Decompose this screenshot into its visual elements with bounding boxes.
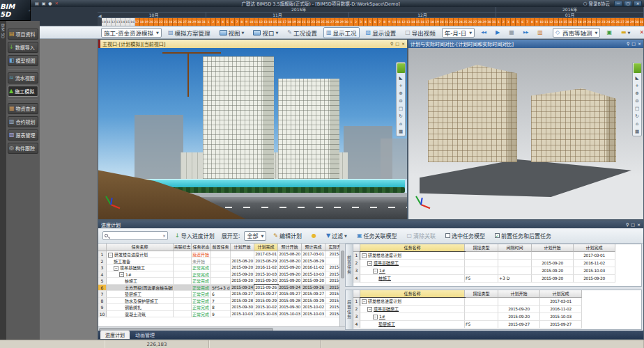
timeline-day[interactable]: 17 xyxy=(282,18,287,26)
timeline-day[interactable]: 23 xyxy=(601,18,606,26)
cell-3[interactable] xyxy=(498,252,532,260)
timeline-day[interactable]: 10 xyxy=(539,18,544,26)
viewport-main-titlebar[interactable]: 主视口-[计划模拟][当前视口] ⚲ □ × xyxy=(98,40,407,48)
cell-3[interactable] xyxy=(498,298,540,306)
timeline-day[interactable]: 2 xyxy=(502,18,507,26)
cell-2[interactable] xyxy=(174,285,192,292)
cell-9[interactable]: 2015-09 xyxy=(325,304,339,311)
timeline-day[interactable]: 26 xyxy=(615,18,620,26)
timeline-day[interactable]: 20 xyxy=(440,18,445,26)
timeline-day[interactable]: 20 xyxy=(297,18,302,26)
cell-7[interactable]: 2015-09-20 xyxy=(278,271,302,278)
timeline-day[interactable]: 30 xyxy=(635,18,640,26)
float-icon[interactable]: □ xyxy=(631,223,635,227)
timeline-day[interactable]: 5 xyxy=(368,18,373,26)
cell-3[interactable]: 2015-09-27 xyxy=(498,321,540,329)
pan-icon[interactable]: + xyxy=(634,82,641,89)
cell-task-name[interactable]: −研发楼总进度计划 xyxy=(360,298,465,306)
timeline-day[interactable]: 16 xyxy=(568,18,573,26)
timeline-day[interactable]: 12 xyxy=(112,18,116,26)
cell-5[interactable] xyxy=(231,251,254,258)
timeline-day[interactable]: 4 xyxy=(511,18,516,26)
cell-6[interactable]: 2017-03-01 xyxy=(254,251,278,258)
cell-4[interactable]: 2015-09-27 xyxy=(540,321,582,329)
cell-2[interactable] xyxy=(174,304,192,311)
timeline-day[interactable]: 15 xyxy=(273,18,278,26)
sidebar-item-component-track[interactable]: ◎构件跟踪 xyxy=(8,143,38,154)
collapse-icon[interactable]: − xyxy=(362,299,367,304)
screenshot-button[interactable]: ▣ xyxy=(604,29,615,37)
fullscreen-icon[interactable]: ▦ xyxy=(634,128,641,135)
sidebar-item-data-import[interactable]: ↓数据导入 xyxy=(8,42,38,53)
pan-icon[interactable]: + xyxy=(397,82,405,89)
cell-5[interactable]: 2015-08-20 xyxy=(231,258,254,265)
timeline-day[interactable]: 4 xyxy=(364,18,369,26)
collapse-icon[interactable]: − xyxy=(367,307,372,312)
cell-7[interactable]: 2015-10-03 xyxy=(278,311,302,318)
timeline-day[interactable]: 4 xyxy=(221,18,226,26)
gantt-button[interactable]: ▥ xyxy=(535,29,546,37)
viewport-compare-titlebar[interactable]: 计划与实际时间对比-[计划时间和实际时间对比] ⚲ □ × xyxy=(408,40,643,48)
orbit-icon[interactable]: ↻ xyxy=(634,113,641,120)
timeline-day[interactable]: 21 xyxy=(592,18,597,26)
cell-3[interactable]: 正常完成 xyxy=(192,291,211,298)
cell-3[interactable]: 正常完成 xyxy=(192,271,211,278)
cell-4[interactable] xyxy=(211,264,231,271)
cell-6[interactable]: 2015-10-03 xyxy=(254,311,278,318)
cell-2[interactable] xyxy=(174,264,192,271)
cell-8[interactable]: 2015-08-29 xyxy=(302,258,325,265)
cell-9[interactable]: 2015-09 xyxy=(325,285,339,292)
cell-7[interactable]: 2015-08-20 xyxy=(278,258,302,265)
cell-3[interactable]: 正常完成 xyxy=(192,311,211,318)
timeline-day[interactable]: 25 xyxy=(321,18,325,26)
link-task-row[interactable]: 4垫层施工FS2015-09-272015-09-27 xyxy=(353,321,604,329)
cell-8[interactable]: 2015-10-03 xyxy=(302,311,325,318)
cell-task-name[interactable]: 混凝土浇筑 xyxy=(107,311,174,318)
timeline-day[interactable]: 6 xyxy=(521,18,526,26)
timeline-day[interactable]: 21 xyxy=(302,18,307,26)
timeline-day[interactable]: 19 xyxy=(144,18,149,26)
cell-2[interactable] xyxy=(174,311,192,318)
timeline-day[interactable]: 24 xyxy=(459,18,463,26)
collapse-icon[interactable]: − xyxy=(373,315,378,319)
cell-task-name[interactable]: −1# xyxy=(360,313,465,321)
timeline-day[interactable]: 8 xyxy=(240,18,245,26)
cell-3[interactable]: 2015-09-20 xyxy=(498,313,540,321)
timeline-day[interactable]: 9 xyxy=(388,18,392,26)
cell-4[interactable] xyxy=(211,271,231,278)
cell-6[interactable]: 2015-09-29 xyxy=(254,298,278,305)
cell-task-name[interactable]: −塔吊基础施工 xyxy=(360,306,465,313)
cell-2[interactable]: FS xyxy=(465,275,498,283)
link-task-row[interactable]: 2−塔吊基础施工2015-09-202016-11-02 xyxy=(353,260,604,267)
save-icon[interactable]: ▣ xyxy=(42,0,46,7)
cell-2[interactable] xyxy=(465,306,498,313)
cell-9[interactable]: 2015-09 xyxy=(325,291,339,298)
stop-button[interactable]: ■ xyxy=(506,29,517,37)
timeline-day[interactable]: 1 xyxy=(349,18,354,26)
cell-task-name[interactable]: 桩施工 xyxy=(360,275,465,283)
export-video-button[interactable]: □导出视频 xyxy=(402,27,438,38)
timeline-day[interactable]: 1 xyxy=(206,18,211,26)
timeline-day[interactable]: 15 xyxy=(416,18,421,26)
import-schedule-button[interactable]: ↓导入进度计划 xyxy=(172,230,217,241)
task-row[interactable]: 8防水及保护层施工正常完成72015-09-282015-09-292015-0… xyxy=(98,298,339,305)
timeline-day[interactable]: 31 xyxy=(492,18,497,26)
timeline-day[interactable]: 23 xyxy=(454,18,459,26)
zoom-in-icon[interactable]: ⊕ xyxy=(397,90,405,97)
cell-2[interactable] xyxy=(174,251,192,258)
task-row[interactable]: 6土方开挖(周边承台桩头破除)正常完成5FS+3 d2015-09-242015… xyxy=(98,285,339,292)
filter-button[interactable]: ▼过滤▼ xyxy=(323,230,350,241)
orbit-icon[interactable]: ↻ xyxy=(397,113,405,120)
fullscreen-icon[interactable]: ▦ xyxy=(397,128,405,135)
display-settings-button[interactable]: ▧显示设置 xyxy=(363,27,399,38)
select-arrow-icon[interactable]: ◣ xyxy=(634,74,641,81)
cell-2[interactable] xyxy=(465,252,498,260)
timeline-day[interactable]: 12 xyxy=(401,18,406,26)
timeline-day[interactable]: 10 xyxy=(392,18,397,26)
cell-5[interactable]: 2015-09-30 xyxy=(231,304,254,311)
cell-6[interactable]: 2015-09-20 xyxy=(254,278,278,285)
cell-3[interactable]: 延迟开始 xyxy=(192,251,211,258)
timeline-day[interactable]: 26 xyxy=(468,18,473,26)
maximize-button[interactable]: □ xyxy=(624,1,632,6)
task-row[interactable]: 1−研发楼总进度计划延迟开始2017-03-012015-08-202017-0… xyxy=(98,251,339,258)
